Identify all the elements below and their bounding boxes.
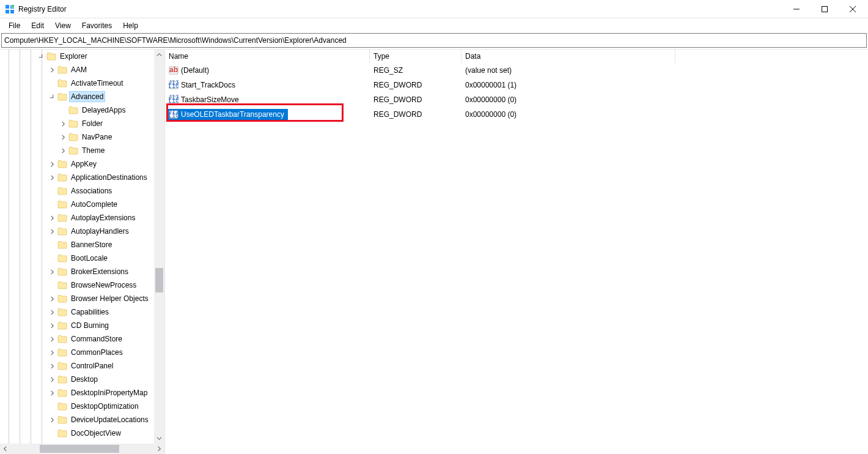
tree-node[interactable]: AutoComplete xyxy=(0,198,154,211)
chevron-right-icon[interactable] xyxy=(48,308,56,316)
window-controls xyxy=(782,0,867,18)
column-type[interactable]: Type xyxy=(370,50,462,63)
menu-help[interactable]: Help xyxy=(118,20,143,31)
tree-node[interactable]: Theme xyxy=(0,144,154,157)
tree-node[interactable]: NavPane xyxy=(0,130,154,144)
scroll-left-icon[interactable] xyxy=(0,444,10,454)
scroll-up-icon[interactable] xyxy=(154,50,164,60)
column-name[interactable]: Name xyxy=(165,50,370,63)
folder-icon xyxy=(57,321,67,330)
tree-node[interactable]: DeviceUpdateLocations xyxy=(0,413,154,426)
tree-node-label: Advanced xyxy=(70,92,105,102)
menu-edit[interactable]: Edit xyxy=(26,20,49,31)
tree-node[interactable]: Explorer xyxy=(0,50,154,63)
chevron-right-icon[interactable] xyxy=(48,227,56,236)
tree-node-label: BootLocale xyxy=(70,253,109,263)
tree-vscroll[interactable] xyxy=(154,50,164,444)
scroll-down-icon[interactable] xyxy=(154,433,164,444)
hscroll-thumb[interactable] xyxy=(40,445,119,453)
vscroll-thumb[interactable] xyxy=(155,268,163,292)
chevron-right-icon[interactable] xyxy=(48,335,56,343)
tree-node[interactable]: Advanced xyxy=(0,90,154,103)
maximize-button[interactable] xyxy=(811,0,839,18)
vscroll-track[interactable] xyxy=(154,60,164,433)
tree-node[interactable]: DocObjectView xyxy=(0,426,154,440)
chevron-right-icon[interactable] xyxy=(48,415,56,424)
chevron-right-icon[interactable] xyxy=(48,375,56,384)
minimize-button[interactable] xyxy=(782,0,811,18)
menu-file[interactable]: File xyxy=(4,20,25,31)
tree-hscroll[interactable] xyxy=(0,444,164,454)
address-bar[interactable]: Computer\HKEY_LOCAL_MACHINE\SOFTWARE\Mic… xyxy=(1,33,867,48)
tree-node-label: AAM xyxy=(70,65,88,75)
folder-icon xyxy=(57,240,67,249)
tree[interactable]: ExplorerAAMActivateTimeoutAdvancedDelaye… xyxy=(0,50,154,444)
cell-type: REG_SZ xyxy=(370,66,462,75)
tree-node[interactable]: DesktopIniPropertyMap xyxy=(0,386,154,400)
tree-node-label: AutoplayExtensions xyxy=(70,213,136,223)
chevron-right-icon[interactable] xyxy=(48,389,56,397)
tree-node[interactable]: Desktop xyxy=(0,373,154,386)
tree-node[interactable]: Browser Helper Objects xyxy=(0,292,154,305)
cell-data: (value not set) xyxy=(462,66,675,75)
scroll-right-icon[interactable] xyxy=(154,444,164,454)
tree-node-label: Folder xyxy=(81,119,104,128)
list-body[interactable]: ab(Default)REG_SZ(value not set)011110St… xyxy=(165,63,868,454)
chevron-right-icon[interactable] xyxy=(48,348,56,357)
tree-node[interactable]: AAM xyxy=(0,63,154,76)
hscroll-track[interactable] xyxy=(10,444,154,454)
list-row[interactable]: 011110TaskbarSizeMoveREG_DWORD0x00000000… xyxy=(165,92,868,107)
chevron-right-icon[interactable] xyxy=(59,146,67,155)
tree-node[interactable]: BannerStore xyxy=(0,238,154,251)
folder-icon xyxy=(57,294,67,303)
expander-none xyxy=(48,79,56,87)
chevron-down-icon[interactable] xyxy=(48,92,56,101)
chevron-right-icon[interactable] xyxy=(48,65,56,74)
list-row[interactable]: ab(Default)REG_SZ(value not set) xyxy=(165,63,868,78)
tree-node[interactable]: CommandStore xyxy=(0,332,154,346)
cell-type: REG_DWORD xyxy=(370,95,462,104)
tree-node[interactable]: Folder xyxy=(0,117,154,130)
folder-icon xyxy=(57,214,67,222)
menu-favorites[interactable]: Favorites xyxy=(77,20,117,31)
tree-node[interactable]: ApplicationDestinations xyxy=(0,171,154,184)
tree-node-label: DocObjectView xyxy=(70,428,122,438)
tree-node[interactable]: DelayedApps xyxy=(0,103,154,117)
tree-node[interactable]: CD Burning xyxy=(0,319,154,332)
chevron-right-icon[interactable] xyxy=(48,160,56,168)
dword-value-icon: 011110 xyxy=(169,80,178,90)
list-row[interactable]: 011110Start_TrackDocsREG_DWORD0x00000001… xyxy=(165,78,868,92)
chevron-down-icon[interactable] xyxy=(37,52,45,61)
tree-node[interactable]: DesktopOptimization xyxy=(0,400,154,413)
string-value-icon: ab xyxy=(169,65,178,75)
tree-panel: ExplorerAAMActivateTimeoutAdvancedDelaye… xyxy=(0,50,164,444)
tree-node-label: Theme xyxy=(81,146,106,155)
column-data[interactable]: Data xyxy=(462,50,675,63)
tree-node[interactable]: BootLocale xyxy=(0,251,154,265)
svg-point-4 xyxy=(12,4,15,7)
tree-node-label: ApplicationDestinations xyxy=(70,173,149,182)
tree-node[interactable]: BrokerExtensions xyxy=(0,265,154,278)
tree-node[interactable]: ControlPanel xyxy=(0,359,154,373)
chevron-right-icon[interactable] xyxy=(48,214,56,222)
chevron-right-icon[interactable] xyxy=(59,119,67,128)
chevron-right-icon[interactable] xyxy=(48,294,56,303)
app-icon xyxy=(5,4,15,14)
menu-view[interactable]: View xyxy=(50,20,76,31)
tree-node[interactable]: ActivateTimeout xyxy=(0,76,154,90)
tree-node[interactable]: AutoplayHandlers xyxy=(0,225,154,238)
chevron-right-icon[interactable] xyxy=(59,133,67,141)
list-row[interactable]: 011110UseOLEDTaskbarTransparencyREG_DWOR… xyxy=(165,107,868,122)
tree-node-label: ControlPanel xyxy=(70,361,114,371)
chevron-right-icon[interactable] xyxy=(48,267,56,276)
tree-node[interactable]: CommonPlaces xyxy=(0,346,154,359)
tree-node[interactable]: Capabilities xyxy=(0,305,154,319)
tree-node[interactable]: BrowseNewProcess xyxy=(0,278,154,292)
chevron-right-icon[interactable] xyxy=(48,321,56,330)
tree-node[interactable]: AppKey xyxy=(0,157,154,171)
chevron-right-icon[interactable] xyxy=(48,173,56,182)
tree-node[interactable]: Associations xyxy=(0,184,154,198)
close-button[interactable] xyxy=(839,0,867,18)
chevron-right-icon[interactable] xyxy=(48,362,56,370)
tree-node[interactable]: AutoplayExtensions xyxy=(0,211,154,225)
